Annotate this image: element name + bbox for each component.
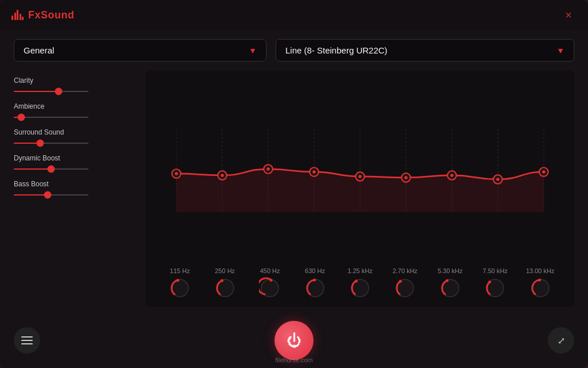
controls-area: ClarityAmbienceSurround SoundDynamic Boo… bbox=[14, 71, 574, 307]
eq-point-inner-8 bbox=[542, 170, 546, 174]
eq-knob-5[interactable] bbox=[394, 277, 416, 299]
slider-track-2[interactable] bbox=[14, 139, 140, 147]
eq-freq-label-8: 13.00 kHz bbox=[526, 267, 555, 274]
svg-point-10 bbox=[176, 279, 179, 282]
title-bar: FxSound × bbox=[0, 0, 588, 30]
eq-knob-8[interactable] bbox=[529, 277, 551, 299]
slider-label-4: Bass Boost bbox=[14, 180, 140, 188]
eq-canvas bbox=[157, 76, 563, 265]
eq-point-inner-6 bbox=[450, 174, 454, 177]
knob-svg-8 bbox=[529, 277, 551, 299]
eq-band-2: 450 Hz bbox=[253, 267, 287, 299]
eq-point-inner-0 bbox=[175, 172, 178, 175]
svg-point-20 bbox=[399, 280, 402, 283]
slider-label-3: Dynamic Boost bbox=[14, 154, 140, 162]
eq-band-0: 115 Hz bbox=[163, 267, 197, 299]
knob-svg-5 bbox=[394, 277, 416, 299]
preset-selected-label: General bbox=[24, 45, 54, 55]
main-content: General ▼ Line (8- Steinberg UR22C) ▼ Cl… bbox=[0, 30, 588, 316]
knob-svg-1 bbox=[214, 277, 236, 299]
svg-point-14 bbox=[270, 279, 273, 282]
app-title: FxSound bbox=[28, 9, 75, 21]
close-button[interactable]: × bbox=[560, 7, 577, 23]
device-selected-label: Line (8- Steinberg UR22C) bbox=[285, 45, 388, 55]
eq-band-6: 5.30 kHz bbox=[433, 267, 467, 299]
eq-knob-3[interactable] bbox=[304, 277, 326, 299]
slider-track-3[interactable] bbox=[14, 165, 140, 173]
eq-point-inner-3 bbox=[312, 170, 316, 174]
eq-freq-label-5: 2.70 kHz bbox=[393, 267, 417, 274]
eq-band-8: 13.00 kHz bbox=[523, 267, 558, 299]
logo-icon bbox=[11, 10, 24, 20]
knob-svg-7 bbox=[484, 277, 506, 299]
eq-freq-label-7: 7.50 kHz bbox=[483, 267, 508, 274]
slider-label-0: Clarity bbox=[14, 76, 140, 85]
eq-knob-0[interactable] bbox=[169, 277, 191, 299]
presets-dropdown[interactable]: General ▼ bbox=[14, 39, 266, 62]
eq-freq-label-1: 250 Hz bbox=[215, 267, 235, 274]
slider-row-ambience: Ambience bbox=[14, 102, 140, 121]
eq-knob-1[interactable] bbox=[214, 277, 236, 299]
knob-svg-0 bbox=[169, 277, 191, 299]
slider-thumb-1[interactable] bbox=[18, 114, 25, 121]
eq-band-4: 1.25 kHz bbox=[343, 267, 377, 299]
slider-track-0[interactable] bbox=[14, 87, 140, 95]
svg-point-18 bbox=[355, 279, 358, 282]
eq-band-7: 7.50 kHz bbox=[478, 267, 512, 299]
eq-knob-7[interactable] bbox=[484, 277, 506, 299]
eq-point-inner-7 bbox=[496, 178, 500, 181]
eq-band-5: 2.70 kHz bbox=[388, 267, 422, 299]
eq-knob-6[interactable] bbox=[439, 277, 461, 299]
knob-svg-2 bbox=[259, 277, 281, 299]
slider-row-surround-sound: Surround Sound bbox=[14, 128, 140, 147]
app-window: FxSound × General ▼ Line (8- Steinberg U… bbox=[0, 0, 588, 368]
watermark: filehorse.com bbox=[275, 356, 312, 363]
menu-button[interactable] bbox=[14, 327, 40, 354]
slider-label-2: Surround Sound bbox=[14, 128, 140, 136]
device-dropdown-arrow: ▼ bbox=[556, 46, 564, 55]
svg-point-24 bbox=[488, 281, 491, 283]
eq-knob-4[interactable] bbox=[349, 277, 371, 299]
svg-point-22 bbox=[446, 279, 448, 282]
power-button[interactable]: ⏻ bbox=[274, 321, 314, 360]
eq-freq-label-0: 115 Hz bbox=[170, 267, 190, 274]
hamburger-icon bbox=[21, 336, 33, 344]
slider-label-1: Ambience bbox=[14, 102, 140, 110]
expand-icon: ⤢ bbox=[558, 335, 565, 346]
slider-track-1[interactable] bbox=[14, 113, 140, 121]
slider-thumb-3[interactable] bbox=[48, 166, 55, 173]
slider-track-4[interactable] bbox=[14, 191, 140, 199]
slider-thumb-2[interactable] bbox=[36, 140, 44, 147]
expand-button[interactable]: ⤢ bbox=[548, 327, 574, 354]
slider-thumb-0[interactable] bbox=[55, 88, 63, 95]
slider-row-clarity: Clarity bbox=[14, 76, 140, 95]
svg-point-12 bbox=[220, 279, 223, 282]
power-icon: ⏻ bbox=[287, 332, 301, 350]
knob-svg-4 bbox=[349, 277, 371, 299]
knob-svg-3 bbox=[304, 277, 326, 299]
dropdowns-row: General ▼ Line (8- Steinberg UR22C) ▼ bbox=[14, 39, 574, 62]
slider-row-bass-boost: Bass Boost bbox=[14, 180, 140, 199]
app-logo: FxSound bbox=[11, 9, 75, 21]
eq-panel: 115 Hz 250 Hz 450 Hz 630 Hz 1.25 kHz 2.7… bbox=[146, 71, 574, 307]
eq-freq-label-6: 5.30 kHz bbox=[438, 267, 462, 274]
svg-point-26 bbox=[538, 279, 541, 282]
eq-band-1: 250 Hz bbox=[208, 267, 242, 299]
knob-svg-6 bbox=[439, 277, 461, 299]
eq-band-3: 630 Hz bbox=[298, 267, 332, 299]
sliders-panel: ClarityAmbienceSurround SoundDynamic Boo… bbox=[14, 71, 146, 307]
preset-dropdown-arrow: ▼ bbox=[249, 46, 257, 55]
eq-curve bbox=[157, 76, 563, 265]
eq-freq-label-2: 450 Hz bbox=[260, 267, 280, 274]
eq-freq-label-3: 630 Hz bbox=[305, 267, 325, 274]
eq-point-inner-1 bbox=[220, 174, 224, 177]
svg-point-16 bbox=[313, 279, 316, 282]
slider-thumb-4[interactable] bbox=[44, 191, 51, 199]
eq-point-inner-5 bbox=[404, 176, 408, 179]
device-dropdown[interactable]: Line (8- Steinberg UR22C) ▼ bbox=[276, 39, 574, 62]
eq-point-inner-4 bbox=[358, 175, 362, 178]
eq-knob-2[interactable] bbox=[259, 277, 281, 299]
eq-point-inner-2 bbox=[266, 167, 270, 171]
eq-freq-label-4: 1.25 kHz bbox=[347, 267, 372, 274]
slider-row-dynamic-boost: Dynamic Boost bbox=[14, 154, 140, 173]
